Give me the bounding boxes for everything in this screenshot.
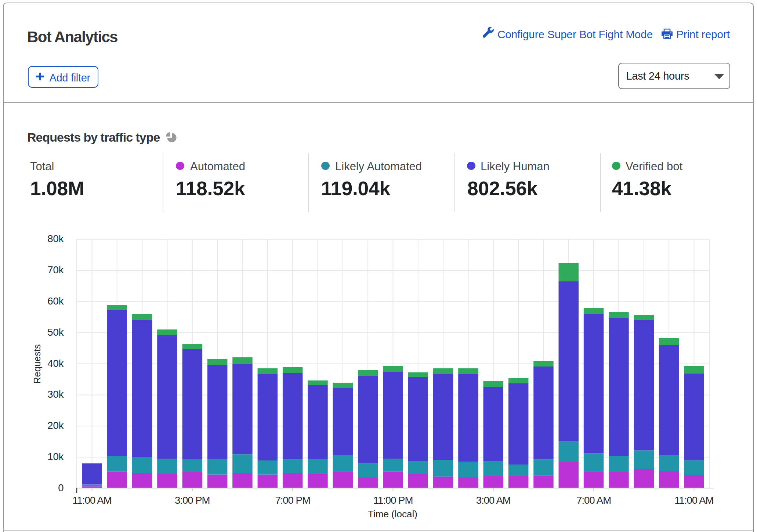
svg-text:7:00 PM: 7:00 PM bbox=[275, 495, 310, 506]
svg-text:3:00 PM: 3:00 PM bbox=[175, 495, 210, 506]
svg-text:Time (local): Time (local) bbox=[368, 509, 417, 520]
svg-text:80k: 80k bbox=[47, 233, 64, 244]
svg-text:10k: 10k bbox=[47, 451, 64, 462]
svg-text:40k: 40k bbox=[47, 358, 64, 369]
svg-text:11:00 AM: 11:00 AM bbox=[72, 495, 111, 506]
svg-text:0: 0 bbox=[58, 482, 64, 493]
svg-text:70k: 70k bbox=[47, 264, 64, 276]
svg-text:Requests: Requests bbox=[32, 344, 42, 384]
svg-text:20k: 20k bbox=[47, 420, 64, 431]
svg-text:7:00 AM: 7:00 AM bbox=[576, 495, 611, 506]
svg-text:30k: 30k bbox=[47, 389, 64, 400]
svg-text:11:00 AM: 11:00 AM bbox=[674, 495, 713, 506]
svg-text:11:00 PM: 11:00 PM bbox=[373, 495, 413, 506]
svg-text:50k: 50k bbox=[47, 327, 64, 338]
svg-text:60k: 60k bbox=[47, 295, 64, 307]
svg-text:3:00 AM: 3:00 AM bbox=[476, 495, 511, 506]
